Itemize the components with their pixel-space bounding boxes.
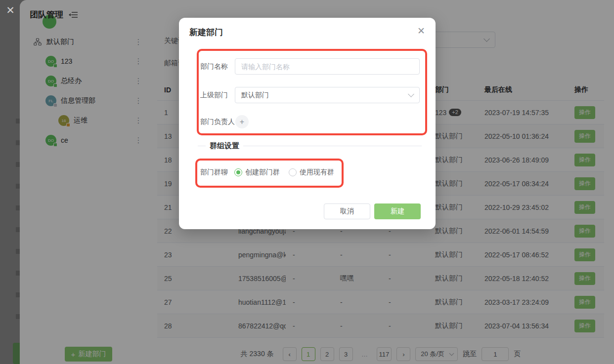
parent-dept-label: 上级部门 (200, 91, 235, 100)
submit-button[interactable]: 新建 (374, 203, 421, 219)
cancel-button[interactable]: 取消 (324, 203, 370, 219)
app-window: 团队管理 默认部门 ⋮ DO 123 ⋮ DO 总经办 ⋮ (0, 0, 614, 364)
dept-leader-label: 部门负责人 (200, 118, 235, 126)
dept-chat-label: 部门群聊 (200, 168, 235, 177)
new-department-dialog: 新建部门 ✕ 部门名称 上级部门 默认部门 部门负责人 + 群组设置 部门群聊 … (179, 18, 436, 229)
dept-name-label: 部门名称 (200, 62, 235, 71)
window-close-icon[interactable]: ✕ (4, 4, 16, 16)
group-settings-divider: 群组设置 (179, 141, 436, 150)
parent-dept-select[interactable]: 默认部门 (235, 87, 420, 103)
radio-unselected-icon (289, 168, 297, 176)
dialog-title: 新建部门 (189, 27, 223, 38)
radio-existing-group[interactable]: 使用现有群 (289, 168, 334, 177)
dialog-close-icon[interactable]: ✕ (415, 25, 428, 38)
radio-selected-icon (234, 168, 242, 176)
dept-name-input[interactable] (235, 58, 420, 75)
section-title: 群组设置 (210, 141, 239, 151)
radio-create-group[interactable]: 创建部门群 (234, 168, 280, 177)
dept-chat-radio-group: 创建部门群 使用现有群 (234, 168, 334, 177)
add-leader-button[interactable]: + (235, 115, 249, 128)
chevron-down-icon (408, 91, 414, 97)
